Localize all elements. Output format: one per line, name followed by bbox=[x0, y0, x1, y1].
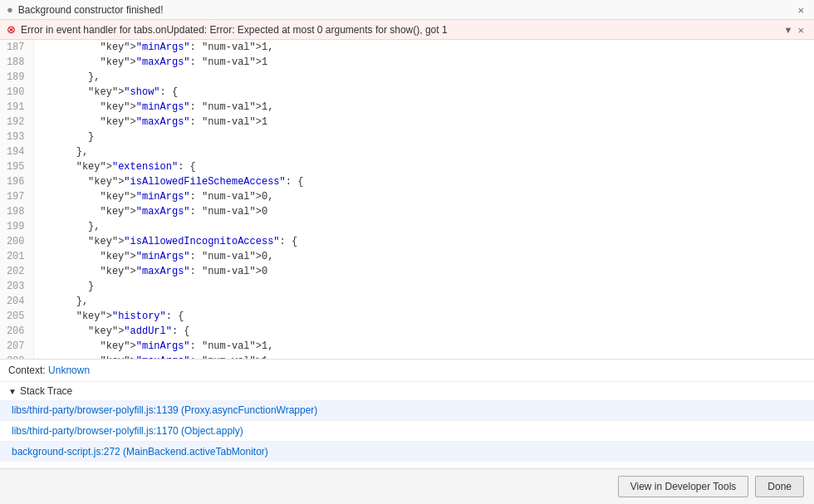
line-number: 196 bbox=[0, 174, 33, 189]
stack-trace-title: Stack Trace bbox=[20, 385, 72, 397]
line-number: 191 bbox=[0, 100, 33, 115]
info-notification-text: Background constructor finished! bbox=[18, 4, 164, 16]
table-row: 189 }, bbox=[0, 70, 814, 85]
line-number: 189 bbox=[0, 70, 33, 85]
line-content: }, bbox=[33, 294, 814, 309]
error-notification-text: Error in event handler for tabs.onUpdate… bbox=[21, 24, 448, 36]
dev-tools-button[interactable]: View in Developer Tools bbox=[618, 476, 749, 497]
line-content: "key">"minArgs": "num-val">1, bbox=[33, 339, 814, 354]
table-row: 206 "key">"addUrl": { bbox=[0, 324, 814, 339]
code-display: 187 "key">"minArgs": "num-val">1,188 "ke… bbox=[0, 40, 814, 360]
line-number: 192 bbox=[0, 115, 33, 130]
line-content: "key">"maxArgs": "num-val">1 bbox=[33, 115, 814, 130]
table-row: 195 "key">"extension": { bbox=[0, 159, 814, 174]
table-row: 200 "key">"isAllowedIncognitoAccess": { bbox=[0, 234, 814, 249]
stack-trace-item[interactable]: background-script.js:272 (MainBackend.ac… bbox=[0, 442, 814, 462]
line-content: "key">"maxArgs": "num-val">1 bbox=[33, 55, 814, 70]
table-row: 207 "key">"minArgs": "num-val">1, bbox=[0, 339, 814, 354]
line-content: "key">"minArgs": "num-val">1, bbox=[33, 40, 814, 55]
line-number: 200 bbox=[0, 234, 33, 249]
stack-trace-triangle-icon: ▼ bbox=[8, 387, 17, 396]
table-row: 193 } bbox=[0, 130, 814, 144]
line-number: 204 bbox=[0, 294, 33, 309]
line-content: "key">"maxArgs": "num-val">0 bbox=[33, 204, 814, 219]
line-content: } bbox=[33, 130, 814, 144]
table-row: 190 "key">"show": { bbox=[0, 85, 814, 100]
line-content: "key">"minArgs": "num-val">1, bbox=[33, 100, 814, 115]
line-number: 201 bbox=[0, 249, 33, 264]
stack-trace-items: libs/third-party/browser-polyfill.js:113… bbox=[0, 400, 814, 462]
line-content: } bbox=[33, 279, 814, 294]
table-row: 201 "key">"minArgs": "num-val">0, bbox=[0, 249, 814, 264]
context-value[interactable]: Unknown bbox=[48, 365, 90, 376]
line-number: 194 bbox=[0, 144, 33, 159]
table-row: 188 "key">"maxArgs": "num-val">1 bbox=[0, 55, 814, 70]
line-content: "key">"addUrl": { bbox=[33, 324, 814, 339]
line-number: 202 bbox=[0, 264, 33, 279]
line-number: 195 bbox=[0, 159, 33, 174]
table-row: 187 "key">"minArgs": "num-val">1, bbox=[0, 40, 814, 55]
line-number: 197 bbox=[0, 189, 33, 204]
info-notification: ● Background constructor finished! × bbox=[0, 0, 814, 20]
line-number: 208 bbox=[0, 354, 33, 360]
line-content: }, bbox=[33, 144, 814, 159]
table-row: 202 "key">"maxArgs": "num-val">0 bbox=[0, 264, 814, 279]
context-label: Context: bbox=[8, 365, 46, 376]
table-row: 194 }, bbox=[0, 144, 814, 159]
line-number: 205 bbox=[0, 309, 33, 324]
line-number: 190 bbox=[0, 85, 33, 100]
table-row: 208 "key">"maxArgs": "num-val">1 bbox=[0, 354, 814, 360]
error-icon: ⊗ bbox=[7, 23, 16, 36]
line-number: 198 bbox=[0, 204, 33, 219]
table-row: 191 "key">"minArgs": "num-val">1, bbox=[0, 100, 814, 115]
table-row: 199 }, bbox=[0, 219, 814, 234]
line-content: "key">"extension": { bbox=[33, 159, 814, 174]
table-row: 204 }, bbox=[0, 294, 814, 309]
table-row: 196 "key">"isAllowedFileSchemeAccess": { bbox=[0, 174, 814, 189]
line-number: 188 bbox=[0, 55, 33, 70]
table-row: 205 "key">"history": { bbox=[0, 309, 814, 324]
stack-trace-area: ▼ Stack Trace libs/third-party/browser-p… bbox=[0, 382, 814, 468]
line-content: }, bbox=[33, 219, 814, 234]
stack-trace-header[interactable]: ▼ Stack Trace bbox=[0, 382, 814, 400]
line-content: "key">"show": { bbox=[33, 85, 814, 100]
stack-trace-item[interactable]: libs/third-party/browser-polyfill.js:117… bbox=[0, 421, 814, 442]
line-number: 206 bbox=[0, 324, 33, 339]
table-row: 198 "key">"maxArgs": "num-val">0 bbox=[0, 204, 814, 219]
button-bar: View in Developer Tools Done bbox=[0, 468, 814, 504]
info-icon: ● bbox=[7, 3, 13, 16]
line-number: 207 bbox=[0, 339, 33, 354]
done-button[interactable]: Done bbox=[755, 476, 804, 497]
table-row: 197 "key">"minArgs": "num-val">0, bbox=[0, 189, 814, 204]
line-number: 203 bbox=[0, 279, 33, 294]
line-content: "key">"minArgs": "num-val">0, bbox=[33, 189, 814, 204]
line-content: "key">"isAllowedFileSchemeAccess": { bbox=[33, 174, 814, 189]
line-content: "key">"history": { bbox=[33, 309, 814, 324]
line-content: "key">"minArgs": "num-val">0, bbox=[33, 249, 814, 264]
code-table: 187 "key">"minArgs": "num-val">1,188 "ke… bbox=[0, 40, 814, 360]
line-content: }, bbox=[33, 70, 814, 85]
stack-trace-item[interactable]: libs/third-party/browser-polyfill.js:113… bbox=[0, 400, 814, 421]
info-close-button[interactable]: × bbox=[794, 3, 807, 16]
expand-arrow-icon: ▼ bbox=[784, 25, 793, 35]
error-notification: ⊗ Error in event handler for tabs.onUpda… bbox=[0, 20, 814, 40]
table-row: 192 "key">"maxArgs": "num-val">1 bbox=[0, 115, 814, 130]
error-close-button[interactable]: ▼ × bbox=[781, 23, 807, 36]
table-row: 203 } bbox=[0, 279, 814, 294]
line-content: "key">"maxArgs": "num-val">0 bbox=[33, 264, 814, 279]
line-number: 199 bbox=[0, 219, 33, 234]
line-content: "key">"isAllowedIncognitoAccess": { bbox=[33, 234, 814, 249]
line-number: 187 bbox=[0, 40, 33, 55]
line-number: 193 bbox=[0, 130, 33, 144]
context-area: Context: Unknown bbox=[0, 360, 814, 382]
line-content: "key">"maxArgs": "num-val">1 bbox=[33, 354, 814, 360]
